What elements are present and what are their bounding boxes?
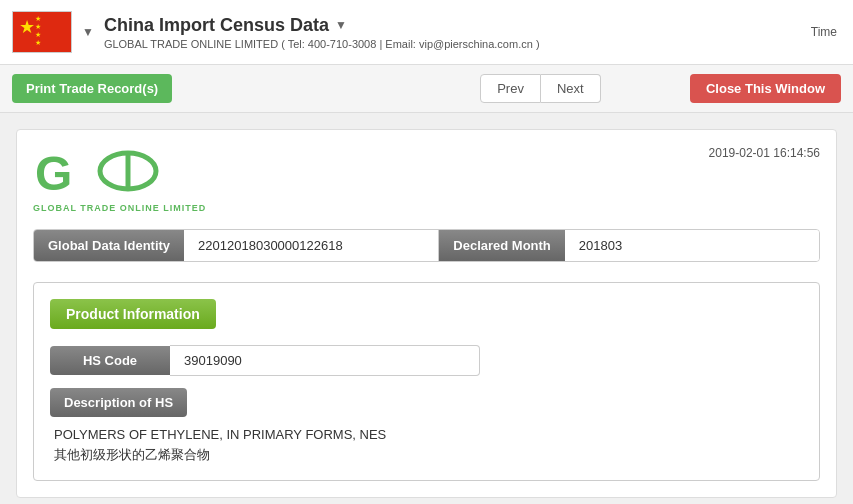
product-section: Product Information HS Code 39019090 Des… bbox=[33, 282, 820, 481]
header-bar: ★ ★ ★ ★ ★ ▼ China Import Census Data ▼ G… bbox=[0, 0, 853, 65]
description-label: Description of HS bbox=[50, 388, 187, 417]
logo-graphic: G bbox=[33, 146, 163, 201]
declared-month-value: 201803 bbox=[565, 230, 819, 261]
toolbar: Print Trade Record(s) Prev Next Close Th… bbox=[0, 65, 853, 113]
company-logo: G bbox=[33, 146, 163, 201]
flag-wrapper: ★ ★ ★ ★ ★ bbox=[12, 11, 72, 53]
china-flag: ★ ★ ★ ★ ★ bbox=[12, 11, 72, 53]
hs-code-row: HS Code 39019090 bbox=[50, 345, 480, 376]
global-data-identity-label: Global Data Identity bbox=[34, 230, 184, 261]
global-data-identity-value: 22012018030000122618 bbox=[184, 230, 438, 261]
logo-subtitle-text: GLOBAL TRADE ONLINE LIMITED bbox=[33, 203, 206, 213]
record-card: G GLOBAL TRADE ONLINE LIMITED 2019-02-01… bbox=[16, 129, 837, 498]
header-title-group: China Import Census Data ▼ GLOBAL TRADE … bbox=[104, 15, 811, 50]
title-dropdown-icon[interactable]: ▼ bbox=[335, 18, 347, 32]
logo-row: G GLOBAL TRADE ONLINE LIMITED 2019-02-01… bbox=[33, 146, 820, 213]
identity-row: Global Data Identity 2201201803000012261… bbox=[33, 229, 820, 262]
declared-month-label: Declared Month bbox=[439, 230, 565, 261]
header-subtitle: GLOBAL TRADE ONLINE LIMITED ( Tel: 400-7… bbox=[104, 38, 811, 50]
description-row: Description of HS POLYMERS OF ETHYLENE, … bbox=[50, 388, 803, 464]
flag-star-main: ★ bbox=[19, 16, 35, 38]
nav-buttons: Prev Next bbox=[480, 74, 600, 103]
app-title: China Import Census Data ▼ bbox=[104, 15, 811, 36]
hs-code-value: 39019090 bbox=[170, 345, 480, 376]
close-button[interactable]: Close This Window bbox=[690, 74, 841, 103]
flag-stars-small: ★ ★ ★ ★ bbox=[35, 15, 41, 46]
header-time: Time bbox=[811, 25, 841, 39]
prev-button[interactable]: Prev bbox=[480, 74, 541, 103]
next-button[interactable]: Next bbox=[541, 74, 601, 103]
product-section-title: Product Information bbox=[50, 299, 216, 329]
title-text: China Import Census Data bbox=[104, 15, 329, 36]
print-button[interactable]: Print Trade Record(s) bbox=[12, 74, 172, 103]
hs-code-label: HS Code bbox=[50, 346, 170, 375]
record-timestamp: 2019-02-01 16:14:56 bbox=[709, 146, 820, 160]
content-area: G GLOBAL TRADE ONLINE LIMITED 2019-02-01… bbox=[0, 113, 853, 504]
description-zh: 其他初级形状的乙烯聚合物 bbox=[50, 446, 803, 464]
dropdown-arrow-icon[interactable]: ▼ bbox=[82, 25, 94, 39]
svg-text:G: G bbox=[35, 147, 72, 200]
logo-container: G GLOBAL TRADE ONLINE LIMITED bbox=[33, 146, 206, 213]
description-en: POLYMERS OF ETHYLENE, IN PRIMARY FORMS, … bbox=[50, 427, 803, 442]
